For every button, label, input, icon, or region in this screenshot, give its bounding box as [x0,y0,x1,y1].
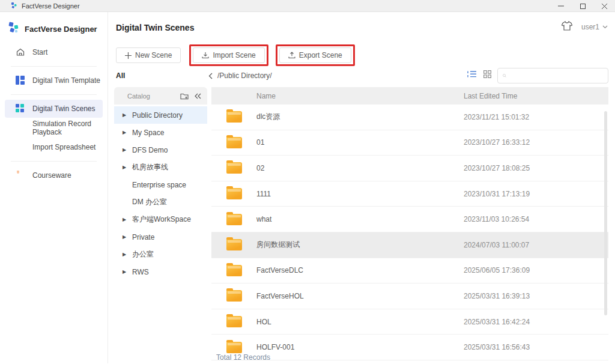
new-scene-button[interactable]: New Scene [116,47,181,63]
table-row[interactable]: HOL 2025/03/31 16:42:24 [211,309,608,335]
minimize-button[interactable] [550,0,572,12]
import-annotation-box: Import Scene [189,44,268,66]
export-annotation-box: Export Scene [276,44,355,66]
catalog-item-enterprise-space[interactable]: ▶ Enterprise space [114,176,207,193]
brand: FactVerse Designer [0,16,108,42]
catalog-item-my-space[interactable]: ▶ My Space [114,124,207,141]
sidebar-item-digital-twin-template[interactable]: Digital Twin Template [0,71,108,89]
table-row[interactable]: FactVerseHOL 2025/03/31 16:39:13 [211,284,608,309]
breadcrumb: /Public Directory/ [208,71,272,80]
catalog-item-jifang[interactable]: ▶ 机房故事线 [114,159,207,176]
expand-arrow-icon[interactable]: ▶ [123,130,132,135]
divider [11,66,97,67]
toolbar: New Scene Import Scene Export Scene [116,44,355,66]
catalog-item-client-workspace[interactable]: ▶ 客户端WorkSpace [114,211,207,228]
search-icon [503,72,506,79]
catalog-item-rws[interactable]: ▶ RWS [114,263,207,281]
back-arrow-icon[interactable] [208,73,213,79]
breadcrumb-path[interactable]: /Public Directory/ [217,71,272,80]
expand-arrow-icon[interactable]: ▶ [123,217,132,222]
table-scrollbar[interactable] [604,111,607,315]
sidebar: FactVerse Designer Start Digital Twin Te… [0,12,108,363]
folder-icon [226,214,242,225]
chevron-down-icon [602,25,608,29]
table-header: Name Last Edited Time [211,87,608,105]
grid-view-icon[interactable] [483,70,491,78]
folder-icon [226,290,242,302]
folder-icon [226,162,242,174]
record-count: Total 12 Records [216,353,270,362]
table-row[interactable]: HOLFV-001 2025/03/31 16:56:43 [211,335,608,360]
folder-icon [226,188,242,199]
app-logo-icon [11,1,17,11]
maximize-button[interactable] [572,0,593,12]
username: user1 [581,23,599,31]
expand-arrow-icon[interactable]: ▶ [123,147,132,153]
window-title: FactVerse Designer [22,2,80,10]
sidebar-item-import-spreadsheet[interactable]: Import Spreadsheet [0,138,108,156]
template-icon [16,76,25,85]
scene-table: Name Last Edited Time dlc资源 2023/11/21 1… [211,87,608,363]
sidebar-item-start[interactable]: Start [0,43,108,61]
catalog-item-dm-office[interactable]: ▶ DM 办公室 [114,193,207,211]
catalog-item-office[interactable]: ▶ 办公室 [114,246,207,263]
table-row[interactable]: FactVerseDLC 2025/06/05 17:36:09 [211,258,608,284]
folder-icon [226,137,242,148]
export-icon [288,52,295,59]
sidebar-item-digital-twin-scenes[interactable]: Digital Twin Scenes [5,100,103,118]
catalog-item-public-directory[interactable]: ▶ Public Directory [114,106,207,124]
table-row[interactable]: 01 2023/10/27 16:33:12 [211,130,608,156]
folder-icon [226,316,242,327]
column-name: Name [211,92,464,100]
new-folder-icon[interactable] [180,93,189,100]
expand-arrow-icon[interactable]: ▶ [123,269,132,275]
catalog-panel: Catalog ▶ Public Directory ▶ My Space [114,87,207,363]
main-content: Digital Twin Scenes user1 New Scene Impo… [108,12,615,363]
catalog-item-private[interactable]: ▶ Private [114,228,207,246]
table-row[interactable]: what 2023/11/03 10:26:54 [211,207,608,232]
courseware-icon [16,171,25,180]
table-row-selected[interactable]: 房间数据测试 2024/07/03 11:00:07 [211,232,608,258]
expand-arrow-icon[interactable]: ▶ [123,112,132,118]
search-input[interactable] [510,71,603,80]
divider [11,161,97,162]
folder-icon [226,342,242,353]
expand-arrow-icon[interactable]: ▶ [123,234,132,240]
search-box[interactable] [497,68,608,83]
table-row[interactable]: 02 2023/10/27 18:08:25 [211,156,608,181]
expand-arrow-icon[interactable]: ▶ [123,252,132,257]
catalog-item-dfs-demo[interactable]: ▶ DFS Demo [114,141,207,159]
expand-arrow-icon[interactable]: ▶ [123,165,132,170]
brand-name: FactVerse Designer [25,25,97,34]
all-filter-label[interactable]: All [116,71,125,80]
plus-icon [125,52,132,59]
import-scene-button[interactable]: Import Scene [193,47,264,63]
folder-icon [226,265,242,276]
export-scene-button[interactable]: Export Scene [279,47,351,63]
divider [11,94,97,95]
collapse-panel-icon[interactable] [195,93,201,99]
appearance-shirt-icon[interactable] [561,20,573,34]
folder-icon [226,239,242,250]
titlebar: FactVerse Designer [0,0,615,12]
folder-icon [226,111,242,123]
user-menu[interactable]: user1 [581,23,608,31]
scenes-icon [16,104,25,114]
table-row[interactable]: dlc资源 2023/11/21 15:01:32 [211,105,608,130]
sidebar-item-courseware[interactable]: Courseware [0,166,108,184]
column-last-edited: Last Edited Time [464,92,608,100]
list-view-icon[interactable] [467,70,476,78]
sidebar-item-simulation-record-playback[interactable]: Simulation Record Playback [0,119,108,137]
catalog-title: Catalog [127,93,150,100]
brand-logo-icon [8,22,20,36]
table-row[interactable]: 1111 2023/10/31 17:13:19 [211,181,608,207]
close-button[interactable] [593,0,615,12]
page-title: Digital Twin Scenes [116,23,194,32]
home-icon [16,47,25,57]
import-icon [202,52,209,59]
